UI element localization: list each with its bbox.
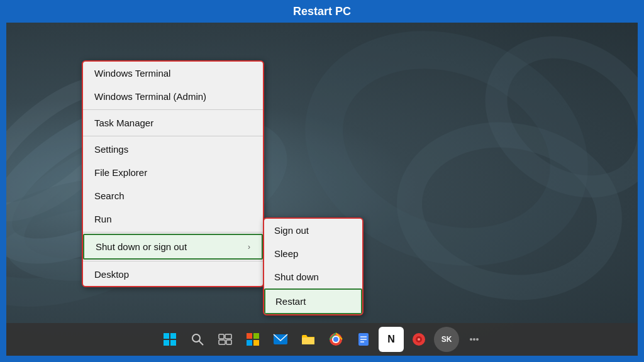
windows-logo-icon — [163, 332, 177, 346]
context-menu: Windows Terminal Windows Terminal (Admin… — [82, 60, 264, 287]
folder-icon — [301, 333, 316, 346]
menu-item-run[interactable]: Run — [83, 207, 263, 231]
svg-rect-20 — [253, 340, 259, 346]
svg-rect-10 — [170, 340, 176, 346]
separator-4 — [83, 261, 263, 261]
sub-menu-item-shut-down[interactable]: Shut down — [264, 265, 362, 288]
taskbar-file-explorer-button[interactable] — [296, 327, 321, 352]
sub-menu-item-sleep[interactable]: Sleep — [264, 242, 362, 265]
taskbar-chrome-button[interactable] — [323, 327, 348, 352]
chrome-icon — [329, 332, 343, 346]
title-bar: Restart PC — [0, 0, 644, 23]
search-icon — [191, 332, 204, 346]
menu-item-windows-terminal-admin[interactable]: Windows Terminal (Admin) — [83, 85, 263, 108]
svg-rect-8 — [170, 333, 176, 339]
sub-menu-item-sign-out[interactable]: Sign out — [264, 219, 362, 242]
extra-icon — [467, 332, 481, 346]
svg-rect-14 — [225, 334, 231, 339]
taskbar-extra-button[interactable] — [462, 327, 487, 352]
svg-rect-13 — [219, 334, 224, 339]
mail-icon — [273, 333, 288, 346]
taskbar-mail-button[interactable] — [268, 327, 293, 352]
separator-2 — [83, 136, 263, 136]
menu-item-shut-down-sign-out[interactable]: Shut down or sign out › — [83, 234, 263, 260]
store-icon — [246, 332, 260, 346]
notion-logo: N — [387, 334, 395, 345]
taskbar-sk-button[interactable]: SK — [434, 327, 459, 352]
svg-line-12 — [199, 341, 204, 346]
svg-rect-17 — [247, 333, 252, 339]
svg-rect-7 — [164, 333, 169, 339]
svg-point-33 — [470, 338, 472, 341]
page-title: Restart PC — [293, 5, 351, 18]
desktop-area: Windows Terminal Windows Terminal (Admin… — [6, 23, 638, 356]
svg-rect-16 — [226, 340, 231, 344]
svg-point-32 — [418, 338, 420, 341]
svg-point-25 — [333, 337, 338, 342]
separator-3 — [83, 232, 263, 233]
taskbar-store-button[interactable] — [240, 327, 265, 352]
menu-item-desktop[interactable]: Desktop — [83, 263, 263, 286]
sub-menu-item-restart[interactable]: Restart — [264, 288, 362, 314]
davinci-icon — [412, 332, 426, 346]
svg-rect-9 — [164, 340, 169, 346]
taskbar-notion-button[interactable]: N — [379, 327, 404, 352]
taskbar-davinci-button[interactable] — [406, 327, 431, 352]
chevron-right-icon: › — [248, 243, 250, 251]
menu-item-windows-terminal[interactable]: Windows Terminal — [83, 62, 263, 85]
docs-icon — [358, 332, 369, 346]
svg-point-11 — [192, 334, 200, 342]
sk-avatar-label: SK — [441, 335, 452, 344]
sub-menu: Sign out Sleep Shut down Restart — [263, 217, 364, 315]
taskbar-search-button[interactable] — [185, 327, 210, 352]
taskbar-start-button[interactable] — [157, 327, 182, 352]
taskbar-task-view-button[interactable] — [213, 327, 238, 352]
svg-rect-19 — [247, 340, 252, 346]
menu-item-task-manager[interactable]: Task Manager — [83, 111, 263, 134]
svg-rect-18 — [253, 333, 259, 339]
menu-item-settings[interactable]: Settings — [83, 138, 263, 161]
svg-rect-15 — [219, 340, 225, 344]
menu-item-search[interactable]: Search — [83, 184, 263, 207]
taskbar: N SK — [6, 323, 638, 356]
svg-rect-22 — [302, 337, 314, 344]
svg-point-34 — [473, 338, 475, 341]
taskbar-docs-button[interactable] — [351, 327, 376, 352]
task-view-icon — [218, 334, 232, 345]
svg-point-35 — [476, 338, 479, 341]
menu-item-file-explorer[interactable]: File Explorer — [83, 161, 263, 184]
separator-1 — [83, 109, 263, 110]
